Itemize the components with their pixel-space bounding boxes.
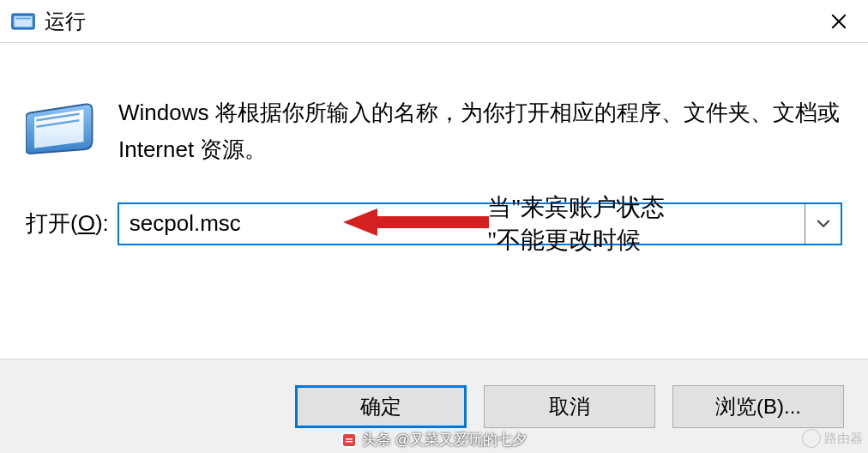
window-title: 运行 [45, 8, 822, 35]
svg-rect-7 [343, 434, 355, 446]
run-app-icon [10, 9, 36, 34]
close-icon[interactable] [822, 4, 856, 39]
run-large-icon [26, 98, 94, 158]
cancel-button[interactable]: 取消 [484, 385, 655, 428]
svg-rect-9 [346, 441, 353, 443]
svg-rect-2 [15, 17, 31, 19]
watermark: 路由器 [802, 429, 863, 448]
intro-text: Windows 将根据你所输入的名称，为你打开相应的程序、文件夹、文档或 Int… [118, 94, 842, 168]
footer-credit: 头条 @又菜又爱玩的七夕 [341, 430, 527, 450]
open-input[interactable] [119, 210, 470, 237]
toutiao-icon [341, 432, 357, 448]
browse-button[interactable]: 浏览(B)... [672, 385, 844, 428]
watermark-icon [802, 429, 821, 448]
dialog-content: Windows 将根据你所输入的名称，为你打开相应的程序、文件夹、文档或 Int… [0, 43, 868, 271]
chevron-down-icon[interactable] [805, 204, 841, 244]
open-combo[interactable] [118, 202, 842, 245]
titlebar: 运行 [0, 0, 868, 43]
open-label: 打开(O): [26, 208, 109, 239]
svg-rect-8 [346, 438, 353, 440]
ok-button[interactable]: 确定 [295, 385, 467, 428]
